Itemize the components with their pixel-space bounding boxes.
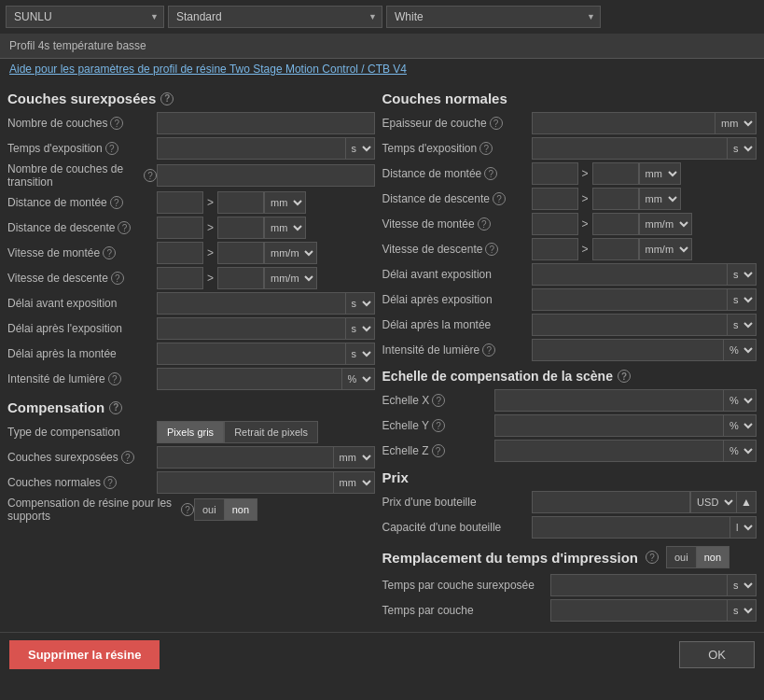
input-dist-descente-norm-2[interactable]: 3 [592,188,639,210]
color-select[interactable]: White [386,6,601,28]
unit-dist-descente-norm[interactable]: mm [639,188,681,210]
echelle-z-help[interactable]: ? [432,444,445,457]
dist-montee-surex-help[interactable]: ? [110,196,123,209]
echelle-help-icon[interactable]: ? [618,370,631,383]
unit-temps-expo-norm[interactable]: s [728,137,757,160]
unit-vit-descente-norm[interactable]: mm/m [639,238,692,260]
vit-descente-norm-help[interactable]: ? [485,243,498,256]
vit-montee-norm-help[interactable]: ? [478,217,491,231]
input-delai-montee-norm[interactable]: 0 [532,314,728,336]
dist-descente-norm-help[interactable]: ? [493,192,506,205]
input-temps-couche[interactable]: 0 [550,599,728,622]
temps-expo-norm-help[interactable]: ? [479,142,493,155]
unit-delai-montee-surex[interactable]: s [346,343,375,365]
input-temps-expo-norm[interactable]: 4 [532,137,728,160]
unit-comp-norm[interactable]: mm [334,471,375,494]
unit-echelle-z[interactable]: % [724,440,757,462]
intensite-norm-help[interactable]: ? [482,343,495,357]
input-vit-montee-norm-1[interactable]: 60 [532,213,578,235]
echelle-x-help[interactable]: ? [432,394,445,407]
btn-pixels-gris[interactable]: Pixels gris [157,421,224,443]
input-echelle-x[interactable]: 100 [494,389,724,412]
unit-temps-expo-surex[interactable]: s [346,137,375,160]
color-select-wrapper[interactable]: White [386,6,601,28]
unit-delai-avant-norm[interactable]: s [728,263,757,286]
input-dist-montee-surex-1[interactable]: 3 [157,191,203,214]
unit-intensite-surex[interactable]: % [342,368,375,390]
unit-echelle-y[interactable]: % [724,414,757,437]
delete-button[interactable]: Supprimer la résine [9,640,160,669]
printer-select-wrapper[interactable]: SUNLU [6,6,164,28]
dist-descente-surex-help[interactable]: ? [118,221,131,234]
input-dist-descente-surex-2[interactable]: 3 [217,217,264,239]
compensation-help-icon[interactable]: ? [109,401,122,414]
help-link[interactable]: Aide pour les paramètres de profil de ré… [9,63,407,76]
input-intensite-surex[interactable]: 100 [157,368,342,390]
input-prix-bouteille[interactable]: 17 [532,491,691,513]
comp-norm-help[interactable]: ? [104,476,117,489]
unit-comp-surex[interactable]: mm [334,446,375,469]
input-comp-norm[interactable]: 0 [157,471,334,494]
temps-expo-surex-help[interactable]: ? [105,142,118,155]
btn-remplacement-oui[interactable]: oui [666,546,696,568]
intensite-surex-help[interactable]: ? [108,372,121,385]
unit-vit-montee-surex[interactable]: mm/m [264,242,317,264]
input-vit-montee-surex-1[interactable]: 60 [157,242,203,264]
unit-dist-descente-surex[interactable]: mm [264,217,306,239]
unit-echelle-x[interactable]: % [724,389,757,412]
unit-delai-apres-norm[interactable]: s [728,288,757,311]
dist-montee-norm-help[interactable]: ? [484,167,497,180]
printer-select[interactable]: SUNLU [6,6,164,28]
prix-spinner[interactable]: ▲ [737,491,757,513]
input-echelle-y[interactable]: 100 [494,414,724,437]
btn-retrait-pixels[interactable]: Retrait de pixels [224,421,318,443]
input-delai-apres-surex[interactable]: 0 [157,317,346,340]
input-echelle-z[interactable]: 100 [494,440,724,462]
input-delai-montee-surex[interactable]: 0 [157,343,346,365]
vit-montee-surex-help[interactable]: ? [103,246,116,259]
surexposees-help-icon[interactable]: ? [160,92,174,105]
unit-delai-apres-surex[interactable]: s [346,317,375,340]
input-vit-montee-surex-2[interactable]: 180 [217,242,264,264]
unit-prix-bouteille[interactable]: USD [690,491,737,513]
input-temps-expo-surex[interactable]: 35 [157,137,346,160]
input-vit-montee-norm-2[interactable]: 120 [592,213,639,235]
profile-select[interactable]: Standard [168,6,382,28]
unit-temps-couche[interactable]: s [728,599,757,622]
unit-intensite-norm[interactable]: % [724,339,757,361]
nb-transition-help[interactable]: ? [144,169,157,182]
input-dist-montee-norm-2[interactable]: 6 [592,162,639,185]
input-dist-montee-surex-2[interactable]: 4 [217,191,264,214]
input-vit-descente-surex-2[interactable]: 60 [217,267,264,289]
unit-vit-descente-surex[interactable]: mm/m [264,267,317,289]
input-delai-apres-norm[interactable]: 0 [532,288,728,311]
remplacement-help-icon[interactable]: ? [646,551,659,564]
input-intensite-norm[interactable]: 100 [532,339,724,361]
unit-temps-surex[interactable]: s [728,574,757,596]
unit-dist-montee-norm[interactable]: mm [639,162,681,185]
epaisseur-help[interactable]: ? [490,117,503,130]
nb-couches-help[interactable]: ? [110,117,123,130]
unit-delai-avant-surex[interactable]: s [346,292,375,315]
input-nb-transition[interactable]: 5 [157,164,375,187]
comp-surex-help[interactable]: ? [121,451,134,464]
input-vit-descente-norm-1[interactable]: 180 [532,238,578,260]
unit-vit-montee-norm[interactable]: mm/m [639,213,692,235]
btn-remplacement-non[interactable]: non [696,546,729,568]
unit-dist-montee-surex[interactable]: mm [264,191,306,214]
input-capacite[interactable]: 1 [532,516,730,539]
profile-select-wrapper[interactable]: Standard [168,6,382,28]
input-dist-montee-norm-1[interactable]: 4 [532,162,578,185]
comp-resine-help[interactable]: ? [181,503,194,516]
input-vit-descente-norm-2[interactable]: 120 [592,238,639,260]
echelle-y-help[interactable]: ? [432,419,445,432]
input-delai-avant-norm[interactable]: 1 [532,263,728,286]
unit-capacite[interactable]: l [730,516,757,539]
btn-comp-resine-non[interactable]: non [224,498,257,521]
input-delai-avant-surex[interactable]: 1 [157,292,346,315]
input-temps-surex[interactable]: 0 [550,574,728,596]
input-dist-descente-norm-1[interactable]: 7 [532,188,578,210]
input-nb-couches[interactable]: 5 [157,112,375,134]
unit-epaisseur[interactable]: mm [715,112,757,134]
vit-descente-surex-help[interactable]: ? [111,272,124,285]
